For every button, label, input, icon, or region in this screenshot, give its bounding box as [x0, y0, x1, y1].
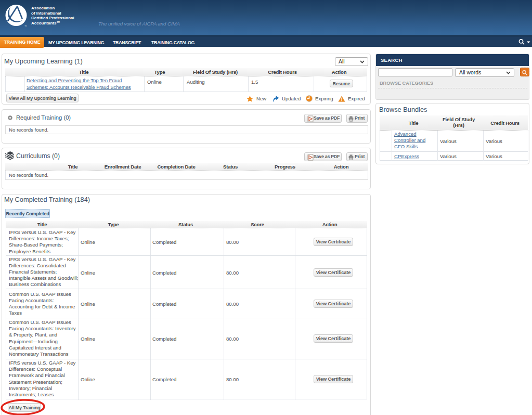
svg-text:™: ™ [24, 25, 27, 28]
